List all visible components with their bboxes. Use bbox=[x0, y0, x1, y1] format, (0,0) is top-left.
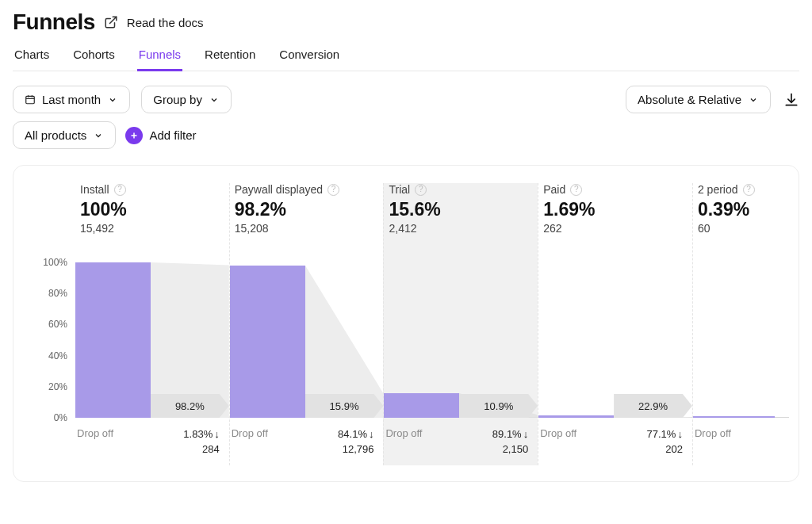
add-filter-button[interactable]: Add filter bbox=[125, 127, 196, 144]
drop-off-label: Drop off bbox=[230, 423, 307, 439]
svg-rect-1 bbox=[26, 96, 35, 103]
drop-off-label: Drop off bbox=[75, 423, 152, 439]
drop-off-label: Drop off bbox=[384, 423, 461, 439]
arrow-down-icon: ↓ bbox=[523, 427, 529, 442]
plus-icon bbox=[125, 127, 143, 144]
y-tick: 20% bbox=[48, 381, 67, 392]
step-count: 15,492 bbox=[80, 222, 224, 235]
group-by-select[interactable]: Group by bbox=[141, 86, 232, 113]
help-icon[interactable]: ? bbox=[327, 184, 339, 196]
toolbar: Last month Group by All products bbox=[13, 86, 799, 149]
funnel-steps: Install? 100% 15,492 98.2% Drop off 1.83… bbox=[75, 183, 789, 465]
download-icon[interactable] bbox=[783, 92, 799, 108]
y-tick: 60% bbox=[48, 319, 67, 330]
tab-charts[interactable]: Charts bbox=[13, 48, 51, 71]
funnel-bar bbox=[75, 262, 151, 418]
arrow-down-icon: ↓ bbox=[677, 427, 683, 442]
next-step-tag: 10.9% bbox=[459, 394, 538, 418]
step-label: Paid bbox=[543, 183, 565, 196]
funnel-bar bbox=[230, 266, 305, 418]
step-percent: 15.6% bbox=[389, 199, 533, 220]
funnel-step-paid[interactable]: Paid? 1.69% 262 22.9% Drop off 77.1%↓ bbox=[538, 183, 692, 465]
next-step-tag: 15.9% bbox=[305, 394, 384, 418]
drop-off-count: 202 bbox=[665, 443, 683, 455]
arrow-down-icon: ↓ bbox=[214, 427, 220, 442]
funnel-step-trial[interactable]: Trial? 15.6% 2,412 10.9% Drop off 89.1%↓ bbox=[383, 183, 538, 465]
calendar-icon bbox=[25, 94, 36, 105]
y-tick: 40% bbox=[48, 350, 67, 361]
drop-off-percent: 84.1% bbox=[338, 428, 367, 440]
step-count: 262 bbox=[543, 222, 688, 235]
funnel-bar bbox=[538, 415, 614, 418]
read-docs-link[interactable]: Read the docs bbox=[127, 16, 204, 29]
tab-retention[interactable]: Retention bbox=[203, 48, 257, 71]
view-mode-select[interactable]: Absolute & Relative bbox=[626, 86, 771, 113]
step-percent: 98.2% bbox=[235, 199, 379, 220]
page-title: Funnels bbox=[13, 10, 95, 35]
drop-off-label: Drop off bbox=[693, 423, 741, 439]
step-label: Paywall displayed bbox=[235, 183, 323, 196]
y-tick: 0% bbox=[54, 412, 67, 423]
arrow-down-icon: ↓ bbox=[369, 427, 374, 442]
tab-cohorts[interactable]: Cohorts bbox=[71, 48, 117, 71]
step-count: 60 bbox=[698, 222, 784, 235]
step-percent: 1.69% bbox=[543, 199, 688, 220]
external-link-icon[interactable] bbox=[103, 14, 119, 30]
help-icon[interactable]: ? bbox=[114, 184, 126, 196]
step-label: Install bbox=[80, 183, 109, 196]
group-by-label: Group by bbox=[153, 93, 202, 106]
view-mode-label: Absolute & Relative bbox=[638, 93, 741, 106]
next-step-tag: 22.9% bbox=[614, 394, 692, 418]
chevron-down-icon bbox=[107, 94, 118, 105]
y-tick: 80% bbox=[48, 288, 67, 299]
drop-off-percent: 89.1% bbox=[492, 428, 522, 440]
step-count: 15,208 bbox=[235, 222, 379, 235]
add-filter-label: Add filter bbox=[149, 128, 196, 142]
step-percent: 0.39% bbox=[698, 199, 784, 220]
step-percent: 100% bbox=[80, 199, 224, 220]
drop-off-percent: 77.1% bbox=[647, 428, 676, 440]
tab-bar: Charts Cohorts Funnels Retention Convers… bbox=[13, 48, 799, 71]
funnel-bar bbox=[384, 393, 459, 418]
products-select[interactable]: All products bbox=[13, 121, 116, 149]
help-icon[interactable]: ? bbox=[570, 184, 582, 196]
step-label: Trial bbox=[389, 183, 410, 196]
date-range-select[interactable]: Last month bbox=[13, 86, 130, 113]
step-count: 2,412 bbox=[389, 222, 533, 235]
date-range-label: Last month bbox=[42, 93, 101, 106]
tab-funnels[interactable]: Funnels bbox=[137, 48, 182, 71]
y-tick: 100% bbox=[43, 257, 67, 268]
chevron-down-icon bbox=[93, 130, 104, 141]
drop-off-percent: 1.83% bbox=[183, 428, 213, 440]
step-label: 2 period bbox=[698, 183, 738, 196]
funnel-step-paywall[interactable]: Paywall displayed? 98.2% 15,208 15.9% Dr… bbox=[229, 183, 384, 465]
y-axis: 100% 80% 60% 40% 20% 0% bbox=[23, 183, 75, 465]
tab-conversion[interactable]: Conversion bbox=[278, 48, 341, 71]
products-label: All products bbox=[25, 128, 86, 142]
funnel-bar bbox=[693, 416, 775, 418]
drop-off-count: 2,150 bbox=[503, 443, 529, 455]
funnel-step-install[interactable]: Install? 100% 15,492 98.2% Drop off 1.83… bbox=[75, 183, 229, 465]
next-step-tag: 98.2% bbox=[151, 394, 229, 418]
svg-line-0 bbox=[109, 17, 116, 23]
drop-off-count: 284 bbox=[202, 443, 220, 455]
drop-off-label: Drop off bbox=[538, 423, 615, 439]
chevron-down-icon bbox=[748, 94, 759, 105]
drop-off-count: 12,796 bbox=[343, 443, 374, 455]
funnel-step-2period[interactable]: 2 period? 0.39% 60 Drop off bbox=[692, 183, 789, 465]
funnel-chart-card: 100% 80% 60% 40% 20% 0% Install? 100% 15… bbox=[13, 165, 799, 482]
help-icon[interactable]: ? bbox=[415, 184, 427, 196]
help-icon[interactable]: ? bbox=[743, 184, 755, 196]
chevron-down-icon bbox=[209, 94, 220, 105]
